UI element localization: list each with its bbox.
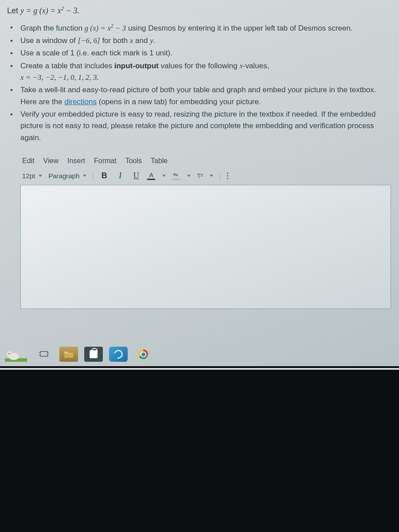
menu-insert[interactable]: Insert	[67, 157, 85, 165]
chrome-browser-button[interactable]	[134, 347, 153, 362]
cartoon-cat-icon	[5, 347, 27, 362]
svg-point-6	[10, 353, 11, 354]
microsoft-store-button[interactable]	[84, 347, 103, 362]
rich-text-editor: Edit View Insert Format Tools Table 12pt…	[20, 154, 391, 309]
chevron-down-icon	[83, 175, 86, 177]
svg-marker-4	[9, 349, 12, 352]
toolbar-divider	[93, 172, 93, 180]
shopping-bag-icon	[90, 350, 98, 358]
chevron-down-icon[interactable]	[187, 175, 191, 177]
task-view-icon	[39, 349, 49, 359]
directions-link[interactable]: directions	[64, 98, 97, 106]
svg-rect-7	[40, 352, 48, 356]
text-color-icon: A	[149, 172, 153, 178]
intro-line: Let y = g (x) = x2 − 3.	[6, 5, 393, 16]
taskbar-widget-icon[interactable]	[4, 347, 28, 362]
paragraph-label: Paragraph	[48, 172, 79, 180]
toolbar-divider	[219, 172, 220, 180]
highlight-icon: ✎	[172, 171, 180, 179]
bullet-picture: Take a well-lit and easy-to-read picture…	[18, 84, 393, 108]
svg-marker-3	[7, 349, 9, 352]
chevron-down-icon[interactable]	[210, 175, 213, 177]
svg-rect-8	[39, 352, 41, 355]
svg-point-5	[8, 353, 9, 354]
menu-edit[interactable]: Edit	[22, 157, 35, 165]
superscript-button[interactable]: T²	[197, 172, 203, 180]
instruction-list: Graph the function g (x) = x2 − 3 using …	[6, 22, 393, 144]
question-panel: Let y = g (x) = x2 − 3. Graph the functi…	[0, 0, 399, 368]
bullet-graph: Graph the function g (x) = x2 − 3 using …	[18, 22, 393, 34]
menu-format[interactable]: Format	[94, 157, 117, 165]
underline-button[interactable]: U	[131, 171, 141, 180]
below-screen-area	[0, 370, 399, 532]
svg-point-2	[7, 351, 12, 356]
editor-menubar: Edit View Insert Format Tools Table	[20, 154, 391, 171]
editor-toolbar: 12pt Paragraph B I U A ✎ T²	[20, 171, 391, 185]
bullet-table: Create a table that includes input-outpu…	[18, 60, 393, 84]
edge-browser-button[interactable]	[109, 347, 128, 362]
bold-button[interactable]: B	[99, 171, 109, 180]
answer-textbox[interactable]	[20, 185, 391, 309]
chrome-icon	[138, 349, 148, 359]
bullet-window: Use a window of [−6, 6] for both x and y…	[18, 35, 393, 47]
svg-rect-9	[47, 352, 49, 355]
bullet-verify: Verify your embedded picture is easy to …	[18, 109, 393, 144]
menu-table[interactable]: Table	[151, 157, 168, 165]
menu-tools[interactable]: Tools	[125, 157, 142, 165]
file-explorer-button[interactable]	[59, 347, 78, 362]
more-options-button[interactable]	[226, 172, 229, 180]
bullet-scale: Use a scale of 1 (i.e. each tick mark is…	[18, 47, 393, 59]
highlight-button[interactable]: ✎	[172, 172, 180, 180]
chevron-down-icon[interactable]	[162, 175, 166, 177]
font-size-select[interactable]: 12pt	[22, 172, 42, 180]
italic-button[interactable]: I	[115, 171, 125, 180]
intro-prefix: Let	[7, 6, 20, 15]
edge-icon	[112, 348, 124, 360]
windows-taskbar	[0, 344, 399, 364]
task-view-button[interactable]	[35, 347, 53, 362]
intro-eq: y = g (x) = x2 − 3.	[20, 6, 79, 15]
menu-view[interactable]: View	[43, 157, 59, 165]
paragraph-style-select[interactable]: Paragraph	[48, 172, 86, 180]
folder-icon	[64, 350, 74, 358]
chevron-down-icon	[39, 175, 42, 177]
text-color-button[interactable]: A	[147, 172, 155, 180]
font-size-label: 12pt	[22, 172, 35, 180]
